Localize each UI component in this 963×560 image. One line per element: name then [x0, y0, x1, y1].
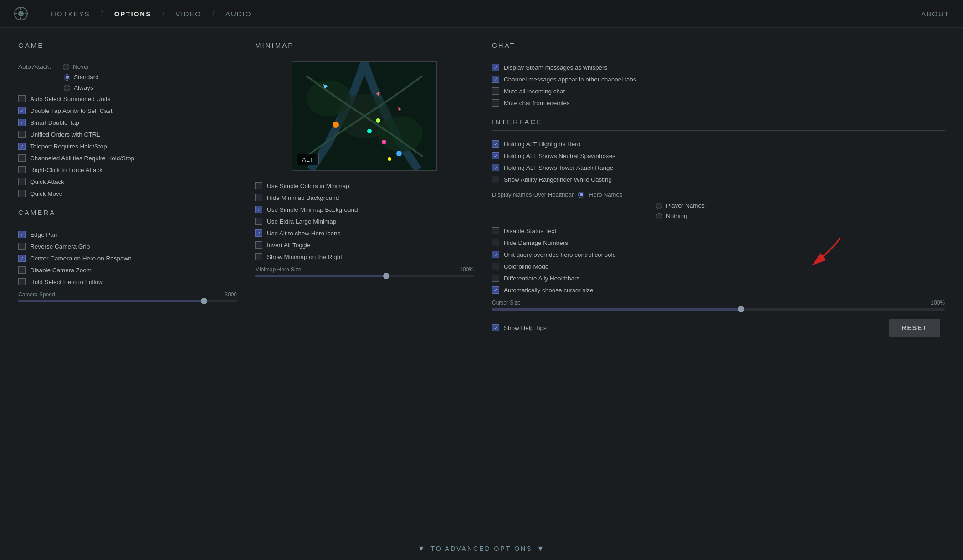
game-cb-3-box[interactable] [18, 131, 26, 138]
minimap-hero-size-track[interactable] [255, 275, 474, 277]
iface-cb-0-box[interactable] [492, 140, 499, 148]
chat-divider [492, 54, 945, 54]
camera-cb-3-box[interactable] [18, 266, 26, 274]
game-cb-2-box[interactable] [18, 119, 26, 126]
minimap-cb-5-box[interactable] [255, 241, 262, 249]
minimap-dot-yellow [388, 157, 391, 161]
minimap-cb-6: Show Minimap on the Right [255, 251, 474, 263]
nav-options[interactable]: OPTIONS [105, 7, 161, 20]
iface-cb2-0-box[interactable] [492, 227, 499, 234]
cursor-size-value: 100% [931, 300, 945, 306]
nav-about[interactable]: ABOUT [921, 10, 949, 18]
game-cb-7-box[interactable] [18, 178, 26, 185]
advanced-options-btn[interactable]: ▼ TO ADVANCED OPTIONS ▼ [418, 545, 546, 553]
camera-cb-3: Disable Camera Zoom [18, 264, 237, 276]
advanced-options-label: TO ADVANCED OPTIONS [431, 545, 533, 552]
bottom-action-row: Show Help Tips RESET [492, 319, 945, 337]
minimap-hero-size-fill [255, 275, 386, 277]
camera-speed-thumb[interactable] [201, 298, 207, 304]
chevron-down-left-icon: ▼ [418, 545, 426, 553]
auto-attack-never-radio[interactable] [63, 64, 69, 70]
camera-cb-0-box[interactable] [18, 231, 26, 238]
nav-divider-3: / [210, 9, 216, 19]
cursor-size-track[interactable] [492, 308, 945, 311]
cursor-size-label-row: Cursor Size 100% [492, 300, 945, 306]
cursor-size-fill [492, 308, 741, 311]
minimap-cb-6-box[interactable] [255, 253, 262, 260]
camera-speed-track[interactable] [18, 300, 237, 302]
minimap-divider [255, 54, 474, 54]
camera-cb-2: Center Camera on Hero on Respawn [18, 252, 237, 264]
camera-cb-1: Reverse Camera Grip [18, 240, 237, 252]
minimap-image: ▲ ▲ ▲ ALT [292, 61, 437, 171]
iface-cb2-5-box[interactable] [492, 286, 499, 294]
auto-attack-always-radio[interactable] [64, 85, 70, 91]
iface-cb2-4-box[interactable] [492, 275, 499, 282]
auto-attack-always-row: Always [18, 82, 237, 93]
game-cb-8-box[interactable] [18, 190, 26, 197]
game-cb-5-box[interactable] [18, 154, 26, 162]
cursor-size-thumb[interactable] [738, 306, 744, 312]
display-names-nothing-radio[interactable] [656, 213, 662, 219]
display-names-player-label: Player Names [666, 202, 705, 209]
nav-video[interactable]: VIDEO [166, 7, 210, 20]
minimap-cb-1: Hide Minimap Background [255, 192, 474, 204]
game-section: GAME Auto Attack: Never Standard Always … [18, 41, 237, 199]
chat-cb-2-box[interactable] [492, 87, 499, 95]
minimap-hero-size-slider: Minimap Hero Size 100% [255, 263, 474, 279]
game-cb-7: Quick Attack [18, 176, 237, 188]
iface-cb2-group: Disable Status Text Hide Damage Numbers … [492, 225, 945, 296]
alt-key-indicator: ALT [297, 154, 319, 165]
minimap-cb-0-box[interactable] [255, 182, 262, 189]
game-cb-4-box[interactable] [18, 143, 26, 150]
camera-speed-fill [18, 300, 204, 302]
game-divider [18, 54, 237, 54]
minimap-hero-size-label-row: Minimap Hero Size 100% [255, 266, 474, 273]
camera-cb-2-box[interactable] [18, 255, 26, 262]
game-cb-0: Auto Select Summoned Units [18, 93, 237, 105]
auto-attack-standard-radio[interactable] [64, 74, 70, 81]
minimap-dot-pink [382, 140, 386, 144]
minimap-hero-size-thumb[interactable] [383, 273, 389, 279]
game-title: GAME [18, 41, 237, 49]
camera-speed-slider: Camera Speed 3000 [18, 288, 237, 304]
iface-cb-3: Show Ability Rangefinder While Casting [492, 173, 945, 185]
nav-hotkeys[interactable]: HOTKEYS [42, 7, 99, 20]
iface-cb-1: Holding ALT Shows Neutral Spawnboxes [492, 150, 945, 162]
minimap-cb-0: Use Simple Colors in Minimap [255, 180, 474, 192]
chat-cb-0-box[interactable] [492, 64, 499, 71]
iface-cb2-2: Unit query overrides hero control consol… [492, 249, 945, 260]
display-names-row: Display Names Over Healthbar Hero Names [492, 189, 945, 200]
game-cb-5: Channeled Abilities Require Hold/Stop [18, 152, 237, 164]
display-names-player-radio[interactable] [656, 203, 662, 209]
minimap-cb-1-box[interactable] [255, 194, 262, 201]
game-cb-6-box[interactable] [18, 166, 26, 173]
iface-cb-1-box[interactable] [492, 152, 499, 159]
minimap-hero-size-label: Minimap Hero Size [255, 266, 301, 273]
display-names-hero-radio[interactable] [578, 192, 584, 198]
auto-attack-standard-row: Standard [18, 72, 237, 82]
iface-cb2-0: Disable Status Text [492, 225, 945, 237]
minimap-cb-3-box[interactable] [255, 218, 262, 225]
camera-cb-1-box[interactable] [18, 243, 26, 250]
minimap-cb-4-box[interactable] [255, 229, 262, 237]
nav-audio[interactable]: AUDIO [216, 7, 261, 20]
interface-section: INTERFACE Holding ALT Highlights Hero Ho… [492, 118, 945, 337]
camera-cb-4-box[interactable] [18, 278, 26, 285]
iface-cb2-1-box[interactable] [492, 239, 499, 246]
iface-cb2-3-box[interactable] [492, 263, 499, 270]
iface-cb-2-box[interactable] [492, 164, 499, 171]
minimap-cb-2-box[interactable] [255, 206, 262, 213]
reset-button[interactable]: RESET [889, 319, 940, 337]
show-help-tips-row: Show Help Tips [492, 322, 547, 334]
minimap-dot-blue [396, 151, 402, 156]
chat-cb-1-box[interactable] [492, 76, 499, 83]
iface-cb2-2-box[interactable] [492, 251, 499, 258]
iface-cb-2: Holding ALT Shows Tower Attack Range [492, 162, 945, 173]
iface-cb-3-box[interactable] [492, 176, 499, 183]
show-help-tips-box[interactable] [492, 324, 499, 331]
chat-cb-3-box[interactable] [492, 99, 499, 107]
game-cb-0-box[interactable] [18, 95, 26, 102]
game-cb-1-box[interactable] [18, 107, 26, 114]
game-cb-2: Smart Double Tap [18, 117, 237, 128]
